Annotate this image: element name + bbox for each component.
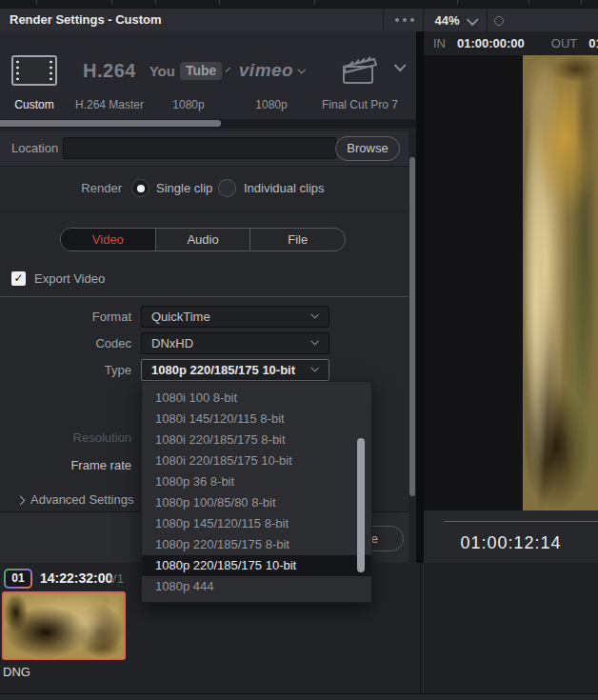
clip-track-label: V1 bbox=[109, 571, 124, 586]
type-dropdown-menu: 1080i 100 8-bit 1080i 145/120/115 8-bit … bbox=[141, 381, 372, 603]
tab-audio[interactable]: Audio bbox=[156, 229, 251, 250]
clip-codec-label: DNG bbox=[3, 665, 30, 679]
scrollbar-thumb[interactable] bbox=[0, 120, 221, 127]
tab-video[interactable]: Video bbox=[61, 229, 156, 250]
render-settings-titlebar: Render Settings - Custom 44% bbox=[0, 9, 598, 32]
advanced-settings-toggle[interactable]: Advanced Settings bbox=[17, 492, 133, 507]
dropdown-item[interactable]: 1080p 220/185/175 8-bit bbox=[142, 534, 371, 555]
clip-start-timecode: 14:22:32:00 bbox=[40, 570, 112, 586]
export-video-checkbox[interactable]: ✓ bbox=[11, 271, 26, 286]
viewer-zoom-select[interactable]: 44% bbox=[426, 9, 485, 31]
preset-youtube-label: 1080p bbox=[152, 98, 225, 111]
individual-clips-radio[interactable] bbox=[218, 179, 236, 197]
out-timecode: 01: bbox=[588, 36, 598, 50]
individual-clips-label: Individual clips bbox=[244, 181, 325, 195]
preset-custom-label: Custom bbox=[8, 98, 61, 111]
davinci-resolve-deliver-page: Render Settings - Custom 44% Custom H.26… bbox=[0, 0, 598, 700]
video-frame-image bbox=[523, 55, 598, 510]
dropdown-item-selected[interactable]: 1080p 220/185/175 10-bit bbox=[142, 555, 371, 576]
dropdown-item[interactable]: 1080i 220/185/175 8-bit bbox=[142, 430, 371, 450]
preset-h264-master[interactable]: H.264 H.264 Master bbox=[67, 39, 152, 113]
settings-tab-group: Video Audio File bbox=[60, 228, 346, 251]
top-edge-strip bbox=[0, 0, 598, 9]
viewer-inout-bar: IN 01:00:00:00 OUT 01: bbox=[424, 31, 598, 55]
preset-row: Custom H.264 H.264 Master YouTube 1080p … bbox=[0, 31, 416, 119]
dropdown-scrollbar-thumb[interactable] bbox=[357, 438, 365, 572]
resolution-label: Resolution bbox=[0, 430, 131, 445]
format-select[interactable]: QuickTime bbox=[141, 306, 329, 328]
dropdown-item[interactable]: 1080p 36 8-bit bbox=[142, 471, 371, 492]
type-select[interactable]: 1080p 220/185/175 10-bit bbox=[141, 359, 329, 381]
browse-button[interactable]: Browse bbox=[335, 136, 400, 161]
options-menu-icon[interactable] bbox=[387, 9, 423, 31]
clip-thumbnail[interactable] bbox=[2, 591, 126, 660]
single-clip-radio[interactable] bbox=[131, 179, 150, 197]
preset-custom[interactable]: Custom bbox=[8, 39, 61, 113]
viewer-video-area bbox=[424, 55, 598, 510]
dropdown-item[interactable]: 1080i 220/185/175 10-bit bbox=[142, 450, 371, 471]
h264-logo: H.264 bbox=[83, 60, 136, 82]
chevron-down-icon[interactable] bbox=[226, 68, 230, 72]
timeline-strip-right bbox=[424, 563, 598, 693]
frame-rate-label: Frame rate bbox=[0, 458, 131, 472]
viewer-current-timecode: 01:00:12:14 bbox=[424, 533, 598, 553]
clip-number-badge: 01 bbox=[4, 569, 32, 589]
codec-label: Codec bbox=[0, 336, 131, 350]
bottom-padding bbox=[0, 694, 598, 700]
divider bbox=[420, 563, 421, 693]
type-label: Type bbox=[0, 363, 131, 377]
single-clip-label: Single clip bbox=[156, 181, 212, 195]
preset-vimeo-label: 1080p bbox=[232, 98, 310, 111]
dropdown-item[interactable]: 1080p 100/85/80 8-bit bbox=[142, 492, 371, 513]
out-label: OUT bbox=[551, 36, 577, 50]
in-timecode: 01:00:00:00 bbox=[457, 36, 525, 50]
dropdown-item[interactable]: 1080i 145/120/115 8-bit bbox=[142, 409, 371, 430]
chevron-right-icon bbox=[16, 496, 26, 506]
panel-title: Render Settings - Custom bbox=[10, 12, 162, 27]
location-label: Location bbox=[11, 141, 58, 155]
viewer-scrub-bar[interactable] bbox=[445, 521, 598, 522]
tab-file[interactable]: File bbox=[250, 229, 345, 250]
location-input[interactable] bbox=[63, 137, 336, 159]
render-mode-label: Render bbox=[0, 181, 122, 195]
preset-vimeo[interactable]: vimeo 1080p bbox=[232, 39, 310, 113]
viewer-zoom-value: 44% bbox=[434, 13, 459, 28]
chevron-down-icon bbox=[310, 310, 318, 318]
chevron-down-icon bbox=[310, 364, 318, 371]
preset-fcp7-label: Final Cut Pro 7 bbox=[314, 98, 406, 111]
scrollbar-thumb[interactable] bbox=[409, 157, 415, 496]
codec-select[interactable]: DNxHD bbox=[141, 332, 329, 354]
preset-final-cut-pro-7[interactable]: Final Cut Pro 7 bbox=[314, 39, 406, 113]
dropdown-item[interactable]: 1080p 145/120/115 8-bit bbox=[142, 513, 371, 534]
preset-h264-label: H.264 Master bbox=[67, 98, 152, 111]
vimeo-logo: vimeo bbox=[239, 60, 293, 81]
render-mode-row: Render Single clip Individual clips bbox=[0, 166, 409, 212]
film-frame-icon bbox=[11, 55, 57, 86]
youtube-logo: You bbox=[150, 63, 175, 79]
dropdown-item[interactable]: 1080p 444 bbox=[142, 576, 371, 597]
chevron-down-icon[interactable] bbox=[298, 66, 306, 73]
preset-youtube[interactable]: YouTube 1080p bbox=[152, 39, 225, 113]
chevron-down-icon bbox=[466, 13, 478, 26]
divider bbox=[0, 296, 409, 297]
preset-horizontal-scrollbar[interactable] bbox=[0, 119, 416, 129]
location-row: Location Browse bbox=[0, 130, 416, 167]
panel-divider bbox=[416, 31, 424, 563]
format-label: Format bbox=[0, 310, 131, 324]
clapperboard-icon bbox=[340, 54, 380, 87]
chevron-down-icon bbox=[310, 337, 318, 345]
export-video-label: Export Video bbox=[34, 271, 105, 286]
in-label: IN bbox=[433, 36, 446, 50]
dropdown-item[interactable]: 1080i 100 8-bit bbox=[142, 388, 371, 409]
status-circle-icon bbox=[494, 16, 504, 26]
